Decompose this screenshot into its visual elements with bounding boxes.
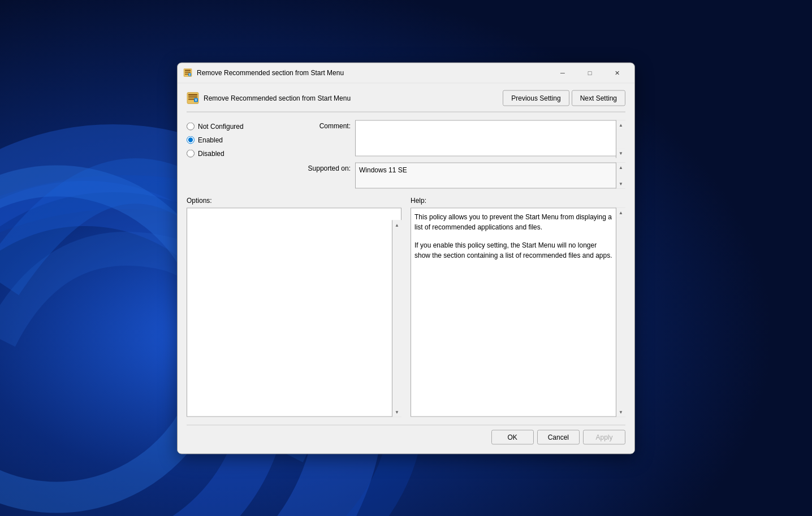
svg-rect-15 [188, 98, 195, 99]
options-label: Options: [187, 196, 401, 204]
supported-container: Windows 11 SE ▲ ▼ [355, 162, 625, 188]
options-box [187, 207, 401, 417]
comment-row: Comment: ▲ ▼ [300, 120, 625, 158]
help-scrollbar: ▲ ▼ [616, 207, 625, 417]
not-configured-label: Not Configured [198, 122, 244, 130]
cancel-button[interactable]: Cancel [537, 430, 580, 444]
bottom-section: Options: ▲ ▼ Help: Thi [187, 196, 625, 417]
not-configured-option[interactable]: Not Configured [187, 122, 300, 130]
enabled-option[interactable]: Enabled [187, 136, 300, 144]
title-controls: ─ □ ✕ [550, 64, 630, 81]
svg-rect-8 [185, 74, 189, 75]
svg-rect-6 [185, 70, 191, 71]
minimize-button[interactable]: ─ [550, 64, 576, 81]
dialog-wrapper: Remove Recommended section from Start Me… [177, 62, 635, 454]
enabled-label: Enabled [198, 136, 223, 144]
supported-scrollbar: ▲ ▼ [616, 162, 625, 188]
help-scroll-down[interactable]: ▼ [616, 407, 625, 417]
comment-textarea[interactable] [355, 120, 625, 156]
middle-section: Not Configured Enabled Disabled [187, 120, 625, 188]
top-section: Remove Recommended section from Start Me… [187, 90, 625, 112]
not-configured-radio[interactable] [187, 122, 195, 130]
policy-icon [183, 68, 192, 77]
setting-icon [187, 92, 199, 104]
comment-scrollbar: ▲ ▼ [616, 120, 625, 158]
enabled-radio[interactable] [187, 136, 195, 144]
svg-rect-18 [195, 100, 197, 101]
supported-value-display: Windows 11 SE [355, 162, 625, 188]
help-panel: Help: This policy allows you to prevent … [411, 196, 625, 417]
previous-setting-button[interactable]: Previous Setting [503, 90, 569, 106]
help-scroll-up[interactable]: ▲ [616, 207, 625, 217]
setting-title: Remove Recommended section from Start Me… [204, 94, 351, 102]
footer: OK Cancel Apply [187, 424, 625, 444]
policy-dialog: Remove Recommended section from Start Me… [177, 62, 635, 454]
svg-rect-9 [188, 73, 191, 76]
help-label: Help: [411, 196, 625, 204]
options-scrollbar: ▲ ▼ [392, 220, 401, 417]
svg-rect-11 [189, 75, 191, 76]
disabled-option[interactable]: Disabled [187, 149, 300, 157]
svg-rect-16 [194, 98, 198, 102]
disabled-label: Disabled [198, 149, 224, 157]
title-bar: Remove Recommended section from Start Me… [178, 63, 634, 83]
svg-rect-14 [188, 96, 197, 97]
dialog-content: Remove Recommended section from Start Me… [178, 83, 634, 453]
supported-scroll-up[interactable]: ▲ [616, 162, 625, 172]
comment-scroll-up[interactable]: ▲ [616, 120, 625, 129]
supported-value: Windows 11 SE [359, 166, 407, 174]
help-text-p2: If you enable this policy setting, the S… [414, 240, 614, 260]
comment-scroll-down[interactable]: ▼ [616, 148, 625, 158]
supported-label: Supported on: [300, 162, 351, 172]
left-panel: Not Configured Enabled Disabled [187, 120, 300, 188]
supported-row: Supported on: Windows 11 SE ▲ ▼ [300, 162, 625, 188]
svg-rect-17 [195, 99, 197, 99]
svg-rect-7 [185, 72, 191, 73]
title-bar-left: Remove Recommended section from Start Me… [183, 68, 344, 77]
setting-name-row: Remove Recommended section from Start Me… [187, 92, 351, 104]
comment-label: Comment: [300, 120, 351, 129]
help-box: This policy allows you to prevent the St… [411, 207, 625, 417]
options-scroll-up[interactable]: ▲ [392, 220, 401, 229]
help-text-p1: This policy allows you to prevent the St… [414, 211, 614, 232]
dialog-title: Remove Recommended section from Start Me… [197, 69, 344, 77]
comment-container: ▲ ▼ [355, 120, 625, 158]
nav-buttons: Previous Setting Next Setting [503, 90, 625, 106]
options-scroll-down[interactable]: ▼ [392, 407, 401, 417]
maximize-button[interactable]: □ [577, 64, 603, 81]
next-setting-button[interactable]: Next Setting [572, 90, 625, 106]
close-button[interactable]: ✕ [604, 64, 630, 81]
right-panel: Comment: ▲ ▼ Supported on: [300, 120, 625, 188]
ok-button[interactable]: OK [491, 430, 534, 444]
disabled-radio[interactable] [187, 149, 195, 157]
svg-rect-13 [188, 94, 197, 96]
supported-scroll-down[interactable]: ▼ [616, 179, 625, 188]
svg-rect-10 [189, 74, 191, 75]
apply-button[interactable]: Apply [583, 430, 625, 444]
options-panel: Options: ▲ ▼ [187, 196, 401, 417]
